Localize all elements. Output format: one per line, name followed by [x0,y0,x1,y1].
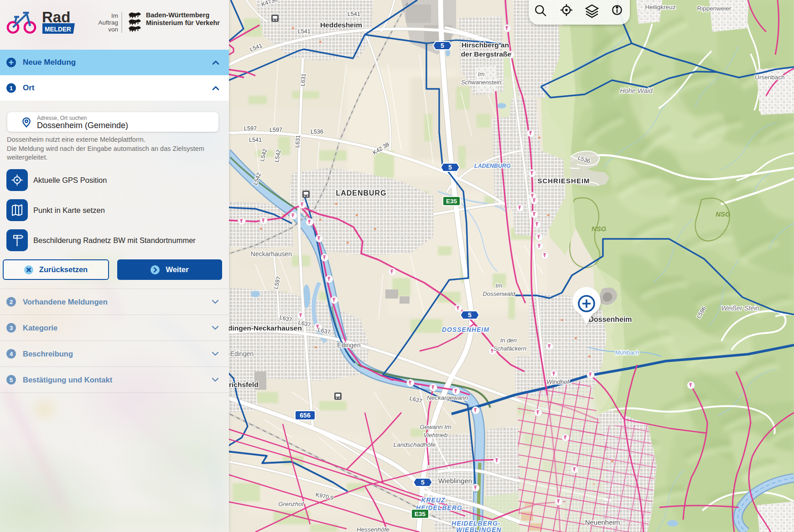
svg-text:Auftrag: Auftrag [98,19,118,26]
svg-text:Gewann Im: Gewann Im [420,424,451,430]
svg-text:E35: E35 [446,198,457,205]
svg-text:Dossenwald: Dossenwald [483,290,516,297]
svg-text:NSG: NSG [592,225,607,232]
svg-text:5: 5 [448,164,452,171]
svg-text:L541: L541 [348,11,360,17]
svg-text:Weißer Stein: Weißer Stein [721,305,759,312]
svg-text:Neckarhausen: Neckarhausen [251,250,292,258]
svg-text:Ursenbach: Ursenbach [755,74,784,81]
svg-text:1: 1 [10,85,13,92]
svg-text:L541: L541 [249,137,262,143]
svg-text:Hohe Waid: Hohe Waid [620,87,653,94]
svg-text:Grenzhof: Grenzhof [278,501,304,507]
svg-text:Dossenheim: Dossenheim [588,315,632,323]
svg-text:5: 5 [421,479,425,486]
svg-text:L541: L541 [298,28,311,35]
svg-text:DOSSENHEIM: DOSSENHEIM [442,326,489,333]
svg-text:5: 5 [468,311,472,319]
svg-text:Landschadhöfe: Landschadhöfe [394,441,436,448]
svg-text:Neckargewann: Neckargewann [427,394,468,401]
svg-text:Windhof: Windhof [546,378,570,385]
svg-text:LADENBURG: LADENBURG [336,189,386,197]
svg-text:Baden-Württemberg: Baden-Württemberg [146,11,209,19]
svg-text:Mühlbach: Mühlbach [615,350,639,356]
svg-text:Im: Im [496,282,503,289]
svg-text:L597: L597 [270,127,282,133]
svg-text:SCHRIESHEIM: SCHRIESHEIM [537,177,590,185]
svg-text:5: 5 [441,42,444,49]
svg-text:L597: L597 [244,125,257,132]
svg-text:dingen-Neckarhausen: dingen-Neckarhausen [228,324,302,332]
svg-text:Edingen: Edingen [337,341,360,349]
svg-text:L631: L631 [300,73,307,87]
svg-text:L536: L536 [311,129,323,135]
svg-text:der Bergstraße: der Bergstraße [461,50,512,58]
svg-text:richsfeld: richsfeld [229,381,259,388]
svg-text:Ministerium für Verkehr: Ministerium für Verkehr [146,19,220,26]
svg-text:Schwanenstein: Schwanenstein [461,79,501,86]
svg-text:KREUZ: KREUZ [421,496,445,504]
svg-text:E35: E35 [415,511,426,517]
svg-text:Heiligkreuz: Heiligkreuz [645,4,676,10]
svg-text:Rad: Rad [42,9,70,26]
svg-text:Neuenheim: Neuenheim [585,518,620,526]
svg-text:Wieblingen: Wieblingen [438,477,472,485]
svg-text:Rippenweier: Rippenweier [697,5,732,12]
svg-text:L631: L631 [294,135,301,148]
svg-text:-Edingen: -Edingen [228,350,254,357]
svg-text:Hirschberg an: Hirschberg an [462,41,509,49]
svg-text:Im: Im [111,12,118,19]
svg-text:Schafäckern: Schafäckern [493,345,526,352]
svg-text:Im: Im [478,71,485,77]
svg-text:Heddesheim: Heddesheim [320,21,362,29]
svg-text:MELDER: MELDER [45,25,71,33]
svg-text:In den: In den [500,337,517,344]
svg-text:Viehtrieb: Viehtrieb [423,432,448,439]
svg-text:WIEBLINGEN: WIEBLINGEN [456,526,501,532]
svg-text:Hessenhöfe: Hessenhöfe [357,526,389,532]
svg-text:von: von [108,26,118,33]
svg-text:656: 656 [300,412,311,419]
svg-text:LADENBURG: LADENBURG [474,163,511,169]
svg-text:NSG: NSG [716,210,731,218]
